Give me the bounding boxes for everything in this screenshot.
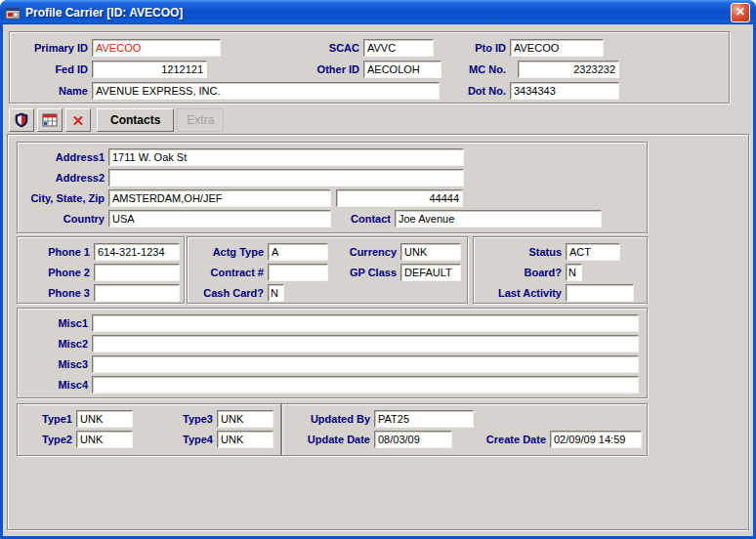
client-area: Primary ID SCAC Pto ID Fed ID Other ID M…	[3, 24, 753, 536]
delete-icon: ✕	[72, 113, 85, 128]
types-group: Type1 Type3 Type2 Type4	[17, 403, 281, 456]
address2-label: Address2	[18, 169, 105, 187]
zip-field[interactable]	[336, 189, 463, 207]
misc4-field[interactable]	[92, 376, 639, 394]
other-id-label: Other ID	[258, 61, 359, 78]
pto-id-label: Pto ID	[420, 39, 506, 57]
type4-label: Type4	[158, 431, 213, 448]
toolbar: ✕ Contacts Extra	[9, 108, 224, 134]
type3-field[interactable]	[217, 410, 273, 428]
phone2-label: Phone 2	[20, 264, 90, 281]
type3-label: Type3	[158, 410, 213, 428]
phone1-label: Phone 1	[20, 243, 90, 261]
address1-label: Address1	[18, 148, 105, 166]
country-label: Country	[18, 210, 105, 228]
dot-no-label: Dot No.	[420, 82, 506, 100]
name-field[interactable]	[92, 82, 440, 100]
table-button[interactable]	[37, 108, 63, 132]
update-date-field[interactable]	[374, 431, 452, 448]
updated-by-field[interactable]	[374, 410, 474, 428]
city-state-zip-label: City, State, Zip	[18, 189, 105, 207]
actg-type-label: Actg Type	[189, 243, 264, 261]
tab-extra: Extra	[177, 108, 224, 132]
last-activity-field[interactable]	[566, 284, 634, 302]
table-icon	[42, 112, 58, 128]
misc-group: Misc1 Misc2 Misc3 Misc4	[17, 308, 648, 398]
scac-label: SCAC	[258, 39, 359, 57]
identification-group: Primary ID SCAC Pto ID Fed ID Other ID M…	[9, 31, 730, 104]
title-bar[interactable]: Profile Carrier [ID: AVECOO] ✕	[0, 0, 756, 24]
address1-field[interactable]	[108, 148, 464, 166]
close-icon: ✕	[735, 5, 745, 19]
shield-button[interactable]	[9, 108, 34, 132]
type1-label: Type1	[20, 410, 72, 428]
phone3-field[interactable]	[94, 284, 180, 302]
status-field[interactable]	[566, 243, 620, 261]
misc3-field[interactable]	[92, 355, 639, 373]
misc4-label: Misc4	[20, 376, 88, 394]
mc-no-label: MC No.	[420, 61, 506, 78]
city-state-field[interactable]	[108, 189, 331, 207]
app-icon	[5, 5, 21, 21]
currency-label: Currency	[318, 243, 397, 261]
misc2-field[interactable]	[92, 335, 639, 352]
delete-button[interactable]: ✕	[65, 108, 91, 132]
window-title: Profile Carrier [ID: AVECOO]	[25, 6, 183, 20]
audit-group: Updated By Update Date Create Date	[281, 403, 648, 456]
primary-id-field[interactable]	[92, 39, 221, 57]
board-label: Board?	[476, 264, 562, 281]
create-date-label: Create Date	[460, 431, 546, 448]
type4-field[interactable]	[217, 431, 273, 448]
mc-no-field[interactable]	[518, 61, 619, 78]
misc1-label: Misc1	[20, 314, 88, 332]
dot-no-field[interactable]	[510, 82, 619, 100]
close-button[interactable]: ✕	[731, 3, 750, 22]
updated-by-label: Updated By	[284, 410, 370, 428]
primary-id-label: Primary ID	[14, 39, 88, 57]
address-group: Address1 Address2 City, State, Zip Count…	[17, 142, 648, 233]
fed-id-field[interactable]	[92, 61, 207, 78]
type1-field[interactable]	[76, 410, 133, 428]
phone3-label: Phone 3	[20, 284, 90, 302]
contract-label: Contract #	[189, 264, 264, 281]
board-field[interactable]	[566, 264, 582, 281]
update-date-label: Update Date	[284, 431, 370, 448]
tab-contacts[interactable]: Contacts	[97, 108, 174, 132]
misc2-label: Misc2	[20, 335, 88, 352]
fed-id-label: Fed ID	[14, 61, 88, 78]
cash-card-field[interactable]	[268, 284, 284, 302]
pto-id-field[interactable]	[510, 39, 604, 57]
phone2-field[interactable]	[94, 264, 180, 281]
currency-field[interactable]	[400, 243, 461, 261]
status-group: Status Board? Last Activity	[473, 236, 648, 304]
last-activity-label: Last Activity	[476, 284, 562, 302]
shield-icon	[14, 112, 29, 128]
create-date-field[interactable]	[550, 431, 642, 448]
type2-label: Type2	[20, 431, 72, 448]
profile-carrier-window: Profile Carrier [ID: AVECOO] ✕ Primary I…	[0, 0, 756, 539]
phone1-field[interactable]	[94, 243, 180, 261]
accounting-group: Actg Type Currency Contract # GP Class C…	[187, 236, 468, 304]
country-field[interactable]	[108, 210, 331, 228]
contact-label: Contact	[316, 210, 391, 228]
main-panel: Address1 Address2 City, State, Zip Count…	[7, 134, 749, 530]
contact-field[interactable]	[395, 210, 602, 228]
misc1-field[interactable]	[92, 314, 639, 332]
gp-class-field[interactable]	[400, 264, 461, 281]
phones-group: Phone 1 Phone 2 Phone 3	[17, 236, 185, 304]
address2-field[interactable]	[108, 169, 464, 187]
cash-card-label: Cash Card?	[189, 284, 264, 302]
name-label: Name	[14, 82, 88, 100]
type2-field[interactable]	[76, 431, 133, 448]
misc3-label: Misc3	[20, 355, 88, 373]
status-label: Status	[476, 243, 562, 261]
gp-class-label: GP Class	[318, 264, 397, 281]
